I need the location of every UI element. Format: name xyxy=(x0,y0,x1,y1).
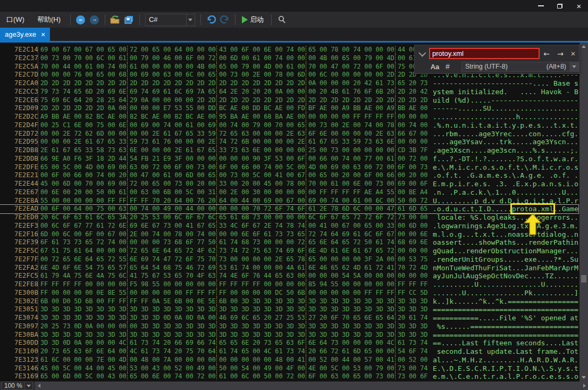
hex-row[interactable]: 7E2F396F 61 73 73 65 72 74 0000 00 00 73… xyxy=(0,238,578,247)
hex-bytes-group[interactable]: 65 00 5C 00 4D 00 69 00 xyxy=(38,163,128,172)
hex-bytes-group[interactable]: 6B 00 D0 5D 6B 00 FF FF xyxy=(38,297,128,306)
hex-bytes-group[interactable]: 70 00 47 00 72 00 6F 00 xyxy=(306,63,396,71)
hex-bytes-group[interactable]: 79 73 74 65 6D 20 69 6E xyxy=(38,88,128,96)
hex-bytes-group[interactable]: 00 72 00 xyxy=(396,155,429,163)
redo-button[interactable] xyxy=(218,13,232,26)
hex-bytes-group[interactable]: 33 73 63 6E 00 00 00 00 xyxy=(217,146,306,155)
hex-bytes-group[interactable]: FF FF FF FF 00 00 00 00 xyxy=(38,280,128,289)
hex-bytes-group[interactable]: 33 00 20 00 45 00 78 00 xyxy=(217,180,306,188)
hex-row[interactable]: 7E2D9500 00 00 2E 61 67 65 3359 73 61 76… xyxy=(0,138,578,146)
hex-bytes-group[interactable]: 69 6E 67 73 00 41 67 65 xyxy=(128,222,217,230)
hex-bytes-group[interactable]: 20 66 72 61 6D 65 00 00 xyxy=(306,347,396,356)
row-ascii[interactable]: ...rbm.....age3Yrec....con.....cfg. xyxy=(433,130,578,138)
hex-bytes-group[interactable]: 00 00 6E 6F 61 73 73 65 xyxy=(217,230,306,239)
hex-row[interactable]: 7E2FC561 79 4A 75 6E 4A 75 6C41 75 67 53… xyxy=(0,272,578,280)
hex-bytes-group[interactable]: 85 94 55 00 00 00 00 00 xyxy=(306,280,396,289)
hex-row[interactable]: 7E2F166D 00 6C 00 6F 00 67 002E 00 74 00… xyxy=(0,230,578,239)
hex-bytes-group[interactable]: 00 4B 00 65 00 79 00 4D xyxy=(306,54,396,63)
hex-search-toggle-button[interactable]: # xyxy=(441,62,454,71)
row-ascii[interactable]: oassert....showPaths...renderPathin xyxy=(433,238,578,247)
search-input[interactable] xyxy=(429,48,540,59)
hex-bytes-group[interactable]: 41 75 67 53 65 70 4F 63 xyxy=(128,272,217,280)
hex-bytes-group[interactable]: 3D 3D 3D 3D 3D 3D 3D 3D xyxy=(128,331,217,339)
hex-row[interactable]: 7E2CE675 69 6C 64 20 28 25 6429 0A 00 00… xyxy=(0,96,578,105)
hex-bytes-group[interactable]: 20 25 53 00 6C 6F 67 6C xyxy=(128,213,217,222)
hex-bytes-group[interactable]: 65 65 6E 20 73 65 63 6F xyxy=(217,339,306,347)
hex-bytes-group[interactable]: 65 6E 64 65 72 50 61 74 xyxy=(306,238,396,247)
hex-bytes-group[interactable]: 00 BE A4 xyxy=(396,188,429,197)
row-ascii[interactable]: e.\.M.i.c.r.o.s.o.f.t.\.M.i.c.r.o.s xyxy=(433,163,578,172)
hex-bytes-group[interactable]: 6E 4D 61 6E 61 67 65 72 xyxy=(306,247,396,255)
hex-bytes-group[interactable]: FF FF FF FF 00 00 00 00 xyxy=(217,280,306,289)
hex-bytes-group[interactable]: 00 72 65 6E 64 65 72 55 xyxy=(38,255,128,264)
hex-bytes-group[interactable]: 3D 3D 3D 3D 3D 3D 3D 3D xyxy=(38,331,128,339)
hex-bytes-group[interactable]: 50 00 54 00 49 00 4F 00 xyxy=(217,364,306,373)
hex-bytes-group[interactable]: 00 00 2E 61 67 65 33 59 xyxy=(128,130,217,138)
hex-row[interactable]: 7E2DFE65 00 5C 00 4D 00 69 0063 00 72 00… xyxy=(0,163,578,172)
hex-bytes-group[interactable]: 64 2E 20 20 20 0A 00 00 xyxy=(217,88,306,96)
search-mode-select[interactable]: String (UTF-8) (Alt+8) xyxy=(461,62,579,72)
hex-bytes-group[interactable]: FF 00 00 00 00 DC 50 6B xyxy=(217,289,306,297)
hex-bytes-group[interactable]: 55 00 00 00 00 00 FF FF xyxy=(38,197,128,205)
hex-bytes-group[interactable]: 00 6C 00 00 00 00 00 2D xyxy=(306,71,396,79)
row-ascii[interactable]: .......U..............Pk..........] xyxy=(433,289,578,297)
hex-bytes-group[interactable]: 3D 3D 3D 0D 0A 0D 0A 00 xyxy=(128,314,217,322)
hex-bytes-group[interactable]: 65 00 6D 00 5C 00 43 00 xyxy=(38,372,128,380)
hex-bytes-group[interactable]: 53 00 43 00 52 00 49 00 xyxy=(128,364,217,373)
hex-bytes-group[interactable]: 3D 3D 3D 3D 3D 3D 3D 3D xyxy=(217,305,306,314)
vertical-scrollbar[interactable] xyxy=(579,43,588,381)
hex-row[interactable]: 7E2CA02D 2D 2D 2D 2D 2D 2D 2D2D 2D 2D 2D… xyxy=(0,79,578,88)
hex-bytes-group[interactable]: 00 47 00 61 00 6D 00 65 xyxy=(128,171,217,180)
hex-bytes-group[interactable]: 00 69 00 63 00 6C 00 65 xyxy=(128,71,217,79)
hex-bytes-group[interactable]: 2D 2D 2D xyxy=(396,96,429,105)
row-ascii[interactable]: al...~.M.H.z.........H.A.R.D.W.A.R. xyxy=(433,356,578,364)
hex-bytes-group[interactable]: 00 69 00 74 00 61 00 69 xyxy=(128,121,217,130)
hex-bytes-group[interactable]: 65 61 6B 73 00 00 00 00 xyxy=(217,213,306,222)
hex-bytes-group[interactable]: 73 74 72 75 63 74 69 6F xyxy=(217,247,306,255)
row-ascii[interactable]: E.\.D.E.S.C.R.I.P.T.I.O.N.\.S.y.s.t xyxy=(433,364,578,373)
hex-row[interactable]: 7E2CC379 73 74 65 6D 20 69 6E69 74 69 61… xyxy=(0,88,578,96)
hex-bytes-group[interactable]: 82 BC AE 00 82 BC AE 00 xyxy=(128,113,217,121)
hex-bytes-group[interactable]: 00 53 75 xyxy=(396,255,429,264)
scrollbar-thumb[interactable] xyxy=(581,275,586,283)
hex-bytes-group[interactable]: 20 6C 6F 63 61 6C 65 3A xyxy=(38,213,128,222)
row-ascii[interactable]: k..]k......^k..^k.================= xyxy=(433,297,578,306)
chevron-down-icon[interactable] xyxy=(570,62,579,72)
hex-row[interactable]: 7E300BFF 00 00 00 00 0E 8E 5500 00 00 00… xyxy=(0,289,578,297)
hex-bytes-group[interactable]: 3D 3D 3D xyxy=(396,322,429,331)
hex-bytes-group[interactable]: 3D 3D 3D xyxy=(396,297,429,306)
hex-bytes-group[interactable]: BB AE 00 xyxy=(396,104,429,113)
scroll-left-icon[interactable] xyxy=(38,384,40,388)
save-all-button[interactable] xyxy=(122,13,136,26)
hex-bytes-group[interactable]: 2D 2D 2D 2D 2D 2D 2D 2D xyxy=(38,79,128,88)
row-ascii[interactable]: uild (%d).....--------------------- xyxy=(433,96,578,105)
hex-bytes-group[interactable]: 3D 3D 3D xyxy=(396,331,429,339)
hex-bytes-group[interactable]: 74 4E 6F 76 44 65 63 00 xyxy=(217,272,306,280)
hex-bytes-group[interactable]: CD 3B 7F xyxy=(396,146,429,155)
tab-close-icon[interactable]: × xyxy=(41,31,45,38)
hex-bytes-group[interactable]: 00 00 00 00 00 FF FF FF xyxy=(128,289,217,297)
find-next-button[interactable]: → xyxy=(553,49,567,58)
row-ascii[interactable]: ..........U...............U........ xyxy=(433,280,578,289)
hex-bytes-group[interactable]: FF CC 5D xyxy=(396,289,429,297)
hex-bytes-group[interactable]: 3D 3D 3D xyxy=(396,305,429,314)
hex-bytes-group[interactable]: 3D 3D 3D 3D 3D 3D 3D 3D xyxy=(217,322,306,331)
hex-row[interactable]: 7E2F7F00 72 65 6E 64 65 72 556E 69 74 47… xyxy=(0,255,578,264)
hex-bytes-group[interactable]: 00 6F 00 64 00 75 00 63 xyxy=(38,205,128,213)
hex-row[interactable]: 7E316965 00 6D 00 5C 00 43 0065 00 6E 00… xyxy=(0,372,578,380)
row-ascii[interactable]: ==.....Last fifteen seconds....Last xyxy=(433,339,578,347)
hex-bytes-group[interactable]: 00 00 2E 72 62 6D 00 00 xyxy=(38,130,128,138)
hex-bytes-group[interactable]: 00 74 00 xyxy=(396,121,429,130)
hex-bytes-group[interactable]: 72 65 63 00 00 00 2E 63 xyxy=(217,130,306,138)
hex-bytes-group[interactable]: 3D 3D 3D 3D 3D 3D 3D 3D xyxy=(128,305,217,314)
row-ascii[interactable]: .logwarnings.Age3Log.txt.A.g.e.3.m. xyxy=(433,222,578,230)
hex-bytes-group[interactable]: 65 64 54 68 75 46 72 69 xyxy=(128,264,217,272)
hex-bytes-group[interactable]: 65 00 79 00 4D 00 61 00 xyxy=(217,63,306,71)
hex-row[interactable]: 7E309720 25 73 0D 0A 00 00 0000 3D 3D 3D… xyxy=(0,322,578,331)
hex-bytes-group[interactable]: 00 20 00 xyxy=(396,171,429,180)
hex-bytes-group[interactable]: 29 0A 00 00 00 00 2D 2D xyxy=(128,96,217,105)
hex-bytes-group[interactable]: 95 BA AE 00 68 BA AE 00 xyxy=(217,113,306,121)
hex-row[interactable]: 7E30DD3D 3D 0D 0A 00 00 00 4C61 73 74 20… xyxy=(0,339,578,347)
hex-bytes-group[interactable]: 61 6D 65 xyxy=(396,205,429,213)
hex-bytes-group[interactable]: 00 00 00 xyxy=(396,247,429,255)
